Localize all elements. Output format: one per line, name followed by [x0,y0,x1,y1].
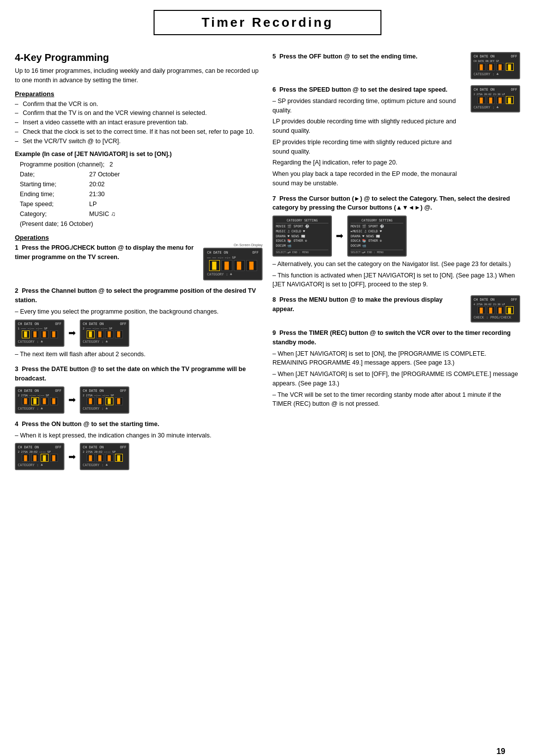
example-table: Programme position (channel);2 Date;27 O… [15,160,263,229]
right-column: 5 Press the OFF button @ to set the endi… [272,52,520,476]
vcr-digit-2: █ [221,260,232,271]
arrow-2: ➡ [68,394,76,405]
page-number: 19 [496,747,505,756]
vcr-digit-3: █ [234,260,245,271]
example-title: Example (In case of [JET NAVIGATOR] is s… [15,151,263,158]
step-9-subs: – When [JET NAVIGATOR] is set to [ON], t… [272,349,520,409]
step-6-header: 6 Press the SPEED button @ to set the de… [272,85,466,95]
step-2-sub: – Every time you select the programme po… [15,307,263,317]
page-title-box: Timer Recording [154,10,381,35]
step-5-block: 5 Press the OFF button @ to set the endi… [272,52,520,79]
example-block: Example (In case of [JET NAVIGATOR] is s… [15,151,263,229]
step-4-images: CH DATE ONOFF 2 27SA 20:02 —:—— SP █ █ █… [15,443,263,470]
section-title: 4-Key Programming [15,52,263,63]
prep-item-3: Insert a video cassette with an intact e… [15,118,263,127]
on-screen-display-label: On Screen Display [234,243,263,247]
step-4-header: 4 Press the ON button @ to set the start… [15,420,263,429]
page-title: Timer Recording [202,15,333,30]
section-description: Up to 16 timer programmes, including wee… [15,66,263,85]
step-6-subs: – SP provides standard recording time, o… [272,97,466,188]
step-7-header: 7 Press the Cursor button (►) @ to selec… [272,194,520,213]
step-7-subs: – Alternatively, you can set the categor… [272,260,520,289]
step-4-sub: – When it is kept pressed, the indicatio… [15,431,263,440]
step-5-screen: CH DATE ONOFF CH DATE ON OFF SP █ █ █ █ … [471,52,520,79]
step-3-header: 3 Press the DATE button @ to set the dat… [15,365,263,383]
step-8-header: 8 Press the MENU button @ to make the pr… [272,295,466,314]
category-box-1: CATEGORY SETTING MOVIE 🎬 SPORT ⚽ MUSIC ♫… [272,216,332,257]
step-4-block: 4 Press the ON button @ to set the start… [15,420,263,471]
prep-item-5: Set the VCR/TV switch @ to [VCR]. [15,137,263,146]
step-3-screen-a: CH DATE ONOFF 2 27SA —:—— —:—— SP █ █ █ … [15,386,64,414]
step-9-header: 9 Press the TIMER (REC) button @ to swit… [272,328,520,347]
step-2-block: 2 Press the Channel button @ to select t… [15,286,263,359]
step-2-header: 2 Press the Channel button @ to select t… [15,286,263,305]
step-6-block: 6 Press the SPEED button @ to set the de… [272,85,520,188]
step-4-screen-b: CH DATE ONOFF 2 27SA 20:02 —:—— SP █ █ █… [80,443,129,470]
category-box-2: CATEGORY SETTING MOVIE 🎬 SPORT ⚽ ►MUSIC … [347,216,407,257]
vcr-digit-1: █ [209,260,220,271]
step-2-flash-note: – The next item will flash after about 2… [15,350,263,359]
prep-item-4: Check that the clock is set to the corre… [15,127,263,137]
arrow-3: ➡ [68,451,76,462]
step-3-images: CH DATE ONOFF 2 27SA —:—— —:—— SP █ █ █ … [15,386,263,414]
arrow-cat: ➡ [336,230,343,241]
operations-title: Operations [15,234,263,241]
step-8-block: 8 Press the MENU button @ to make the pr… [272,295,520,323]
vcr-category-1: CATEGORY : ♣ [207,272,259,276]
preparations-title: Preparations [15,90,263,98]
step-1-screen: CH DATE ONOFF —— —— —:— —:— SP █ █ █ █ C… [203,248,263,280]
step-1-block: 1 Press the PROG./CHECK button @ to disp… [15,243,263,280]
step-4-screen-a: CH DATE ONOFF 2 27SA 20:02 —:—— SP █ █ █… [15,443,64,470]
step-2-images: CH DATE ONOFF 1 ——— —:—— —:—— SP █ █ █ █… [15,320,263,347]
step-2-screen-b: CH DATE ONOFF 2 ——— —:—— —:—— SP █ █ █ █… [80,320,129,347]
arrow-1: ➡ [68,327,76,338]
step-6-screen: CH DATE ONOFF 2 27SA 20:02 21:30 LP █ █ … [471,85,520,112]
step-9-block: 9 Press the TIMER (REC) button @ to swit… [272,328,520,409]
vcr-digit-4: █ [246,260,257,271]
preparations-list: Confirm that the VCR is on. Confirm that… [15,100,263,146]
prep-item-1: Confirm that the VCR is on. [15,100,263,109]
step-8-screen: CH DATE ONOFF 4 27SA 20:02 21:30 LP █ █ … [471,295,520,323]
step-7-block: 7 Press the Cursor button (►) @ to selec… [272,194,520,290]
step-7-images: CATEGORY SETTING MOVIE 🎬 SPORT ⚽ MUSIC ♫… [272,216,520,257]
step-3-block: 3 Press the DATE button @ to set the dat… [15,365,263,414]
step-1-header: 1 Press the PROG./CHECK button @ to disp… [15,243,197,262]
prep-item-2: Confirm that the TV is on and the VCR vi… [15,108,263,118]
step-2-screen-a: CH DATE ONOFF 1 ——— —:—— —:—— SP █ █ █ █… [15,320,64,347]
left-column: 4-Key Programming Up to 16 timer program… [15,52,263,476]
step-5-header: 5 Press the OFF button @ to set the endi… [272,52,466,61]
step-3-screen-b: CH DATE ONOFF 2 27SA —:—— —:—— SP █ █ █ … [80,386,129,414]
